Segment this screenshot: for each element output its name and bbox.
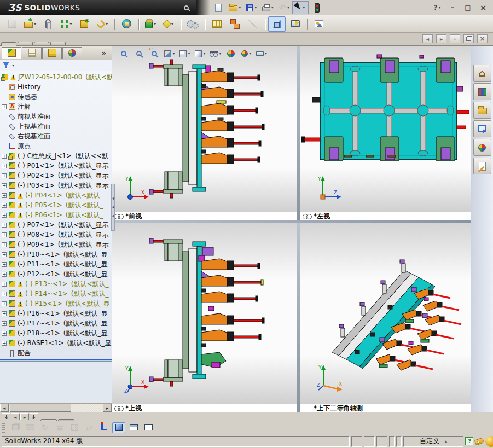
- toolbar-drag-handle[interactable]: [2, 423, 5, 433]
- tree-sensors[interactable]: + 传感器: [0, 92, 112, 102]
- expand-toggle[interactable]: +: [2, 331, 7, 336]
- tree-p16[interactable]: + (-) P16~<1> (默认<默认_显: [0, 309, 112, 318]
- expand-toggle[interactable]: +: [2, 341, 7, 346]
- tree-p15[interactable]: + (-) P15<1> (默认<默认_显: [0, 299, 112, 309]
- expand-toggle[interactable]: +: [2, 272, 7, 277]
- draft-quality-button[interactable]: [9, 422, 22, 433]
- doc-minimize-button[interactable]: [450, 34, 460, 43]
- custom-toolbar-selector[interactable]: 自定义 ▴: [403, 436, 463, 447]
- tree-p18[interactable]: + (-) P18~<1> (默认<默认_显: [0, 328, 112, 338]
- tree-top-plane[interactable]: + 上视基准面: [0, 121, 112, 131]
- previous-view-button[interactable]: ▾: [147, 48, 161, 60]
- close-button[interactable]: ▾: [477, 2, 490, 13]
- motion-study-tab[interactable]: [58, 419, 74, 421]
- four-view-button[interactable]: [142, 422, 155, 433]
- tree-p11[interactable]: + (-) P11~<1> (默认<默认_显: [0, 259, 112, 269]
- expand-toggle[interactable]: +: [2, 223, 7, 228]
- previous-frame-button[interactable]: [11, 413, 20, 420]
- viewport-isometric[interactable]: Y X Z *上下二等角轴测: [300, 223, 471, 412]
- zoom-to-fit-button[interactable]: ▾: [117, 48, 131, 60]
- reference-geometry-button[interactable]: ▾: [160, 16, 177, 32]
- save-button[interactable]: ▾: [243, 1, 259, 14]
- next-window-button[interactable]: [436, 34, 446, 43]
- rotate-view-button[interactable]: [38, 422, 51, 433]
- new-document-button[interactable]: ▾: [210, 1, 227, 14]
- tag-icon[interactable]: [474, 437, 484, 445]
- search-button[interactable]: [179, 1, 193, 14]
- expand-toggle[interactable]: +: [2, 183, 7, 188]
- expand-toggle[interactable]: +: [2, 252, 7, 257]
- scroll-right-button[interactable]: [103, 404, 112, 412]
- expand-toggle[interactable]: +: [2, 213, 7, 218]
- appearances-scenes-tab[interactable]: [473, 139, 491, 156]
- tab-sketch[interactable]: [34, 42, 49, 45]
- explode-line-sketch-button[interactable]: ▾: [244, 16, 262, 32]
- expand-toggle[interactable]: +: [2, 301, 7, 306]
- apply-scene-button[interactable]: ▾: [239, 48, 253, 60]
- doc-restore-button[interactable]: [463, 34, 474, 43]
- view-orientation-button[interactable]: ▾: [178, 48, 192, 60]
- tree-p13[interactable]: + (-) P13~<1> (默认<默认_: [0, 279, 112, 289]
- minimize-button[interactable]: ▾: [446, 2, 459, 13]
- large-assembly-mode-button[interactable]: ▾: [286, 16, 304, 32]
- expand-toggle[interactable]: +: [2, 154, 7, 159]
- select-button[interactable]: ▾: [292, 1, 309, 14]
- propertymanager-tab[interactable]: [22, 47, 42, 59]
- model-tab[interactable]: [40, 419, 57, 421]
- quick-tips-help-icon[interactable]: [465, 437, 473, 445]
- tree-p12[interactable]: + (-) P12~<1> (默认<默认_显: [0, 269, 112, 279]
- expand-toggle[interactable]: +: [2, 104, 7, 109]
- viewport-front[interactable]: Y X *前视: [112, 46, 297, 220]
- filter-icon[interactable]: [3, 62, 10, 68]
- print-button[interactable]: ▾: [259, 1, 276, 14]
- expand-toggle[interactable]: +: [2, 292, 7, 296]
- tree-p04[interactable]: + (-) P04<1> (默认<默认_: [0, 190, 112, 200]
- tree-front-plane[interactable]: + 前视基准面: [0, 112, 112, 121]
- hide-show-items-button[interactable]: ▾: [208, 48, 223, 60]
- new-motion-study-button[interactable]: ▾: [184, 16, 201, 32]
- expand-toggle[interactable]: +: [2, 321, 7, 326]
- tree-base1[interactable]: + (-) BASE1<1> (默认<默认_显: [0, 338, 112, 348]
- tree-right-plane[interactable]: + 右视基准面: [0, 131, 112, 141]
- tree-p10[interactable]: + (-) P10~<1> (默认<默认_显: [0, 249, 112, 259]
- expand-toggle[interactable]: +: [2, 282, 7, 287]
- move-component-button[interactable]: ▾: [94, 16, 111, 32]
- single-view-button[interactable]: [127, 422, 140, 433]
- tree-c-pillar-assembly[interactable]: + (-) C柱总成_J<1> (默认<<默: [0, 151, 112, 161]
- first-frame-button[interactable]: [2, 413, 10, 420]
- scrollbar-track[interactable]: [9, 404, 103, 412]
- solidworks-resources-tab[interactable]: [473, 65, 491, 82]
- shaded-with-edges-button[interactable]: [112, 422, 125, 433]
- displaymanager-tab[interactable]: [62, 47, 82, 59]
- tree-p02[interactable]: + (-) P02<1> (默认<默认_显示: [0, 171, 112, 181]
- featuremanager-tab[interactable]: [2, 47, 21, 59]
- edit-appearance-button[interactable]: ▾: [224, 48, 238, 60]
- expand-toggle[interactable]: +: [2, 193, 7, 198]
- viewport-left[interactable]: Y Z *左视: [300, 46, 471, 220]
- view-palette-tab[interactable]: [473, 120, 491, 137]
- help-button[interactable]: ▾: [431, 2, 444, 13]
- assembly-features-button[interactable]: ▾: [142, 16, 159, 32]
- scrollbar-thumb[interactable]: [10, 404, 71, 412]
- toggle-orientation-button[interactable]: [83, 422, 96, 433]
- tree-p07[interactable]: + (-) P07<1> (默认<默认_显示: [0, 220, 112, 230]
- rebuild-button[interactable]: ▾: [309, 1, 325, 14]
- show-hidden-components-button[interactable]: ▾: [118, 16, 135, 32]
- bill-of-materials-button[interactable]: ▾: [208, 16, 225, 32]
- expand-toggle[interactable]: +: [2, 164, 7, 168]
- last-frame-button[interactable]: [30, 413, 38, 420]
- section-view-button[interactable]: ▾: [163, 48, 177, 60]
- exploded-view-button[interactable]: ▾: [226, 16, 243, 32]
- expand-toggle[interactable]: +: [2, 232, 7, 237]
- take-snapshot-button[interactable]: ▾: [310, 16, 328, 32]
- instant3d-button[interactable]: ▾: [268, 16, 286, 32]
- viewport-top[interactable]: Y X Z *上视: [112, 223, 297, 412]
- doc-close-button[interactable]: [477, 34, 488, 43]
- tree-p03[interactable]: + (-) P03<1> (默认<默认_显示: [0, 181, 112, 190]
- smart-fasteners-button[interactable]: ▾: [76, 16, 93, 32]
- tab-assembly[interactable]: [1, 42, 16, 46]
- file-explorer-tab[interactable]: [473, 102, 491, 119]
- wireframe-button[interactable]: [53, 422, 66, 433]
- view-settings-button[interactable]: ▾: [254, 48, 269, 60]
- filter-caret-icon[interactable]: ▾: [12, 63, 14, 68]
